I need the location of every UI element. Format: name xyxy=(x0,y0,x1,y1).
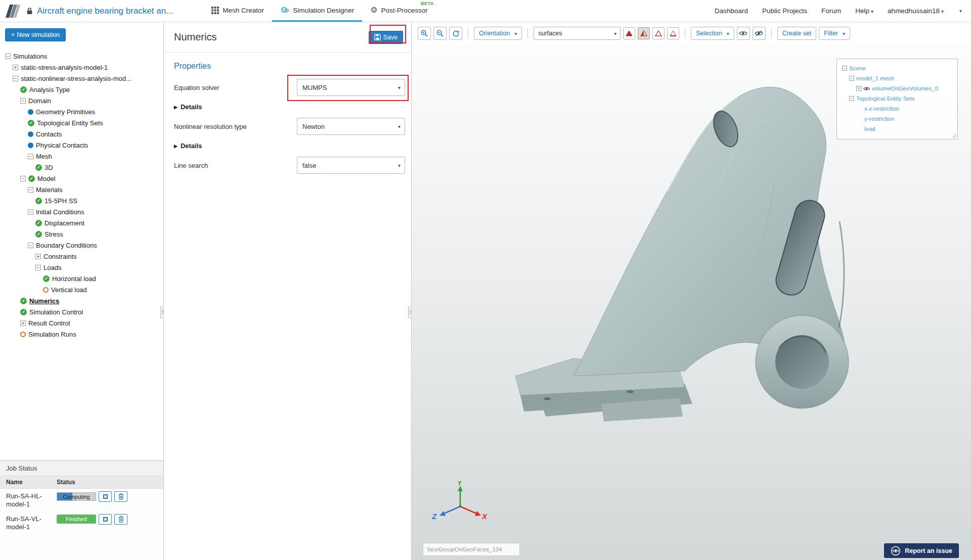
tree-item-simulations[interactable]: −Simulations xyxy=(0,51,163,62)
stop-job-button[interactable] xyxy=(99,491,112,502)
refresh-view-button[interactable] xyxy=(449,27,462,40)
tree-item-initial-conditions[interactable]: −Initial Conditions xyxy=(0,206,163,217)
scene-item-model-1-mesh[interactable]: −model_1 mesh xyxy=(841,73,954,83)
tree-item-static-stress-analysis-model-1[interactable]: +static-stress-analysis-model-1 xyxy=(0,62,163,73)
mesh-quality-outline-button[interactable] xyxy=(652,27,665,39)
tree-item-boundary-conditions[interactable]: −Boundary Conditions xyxy=(0,240,163,251)
job-name[interactable]: Run-SA-HL-model-1 xyxy=(6,491,57,509)
equation-solver-select[interactable]: MUMPS▾ xyxy=(297,79,405,96)
zoom-out-button[interactable] xyxy=(433,27,447,40)
mesh-quality-solid-button[interactable] xyxy=(623,27,635,39)
collapse-icon[interactable]: − xyxy=(28,187,33,193)
details-toggle[interactable]: ▶Details xyxy=(164,142,411,150)
tree-item-displacement[interactable]: ✓Displacement xyxy=(0,217,163,228)
scene-item-volumeongeovolumes-0[interactable]: +volumeOnGeoVolumes_0 xyxy=(841,83,954,94)
details-toggle[interactable]: ▶Details xyxy=(164,103,411,111)
tree-item-physical-contacts[interactable]: Physical Contacts xyxy=(0,139,163,151)
help-menu[interactable]: Help▾ xyxy=(855,7,873,15)
tree-item-domain[interactable]: −Domain xyxy=(0,95,163,106)
collapse-icon[interactable]: − xyxy=(849,96,854,101)
collapse-icon[interactable]: − xyxy=(28,209,33,215)
sidebar-resize-handle[interactable] xyxy=(160,307,164,318)
new-simulation-button[interactable]: +New simulation xyxy=(5,28,66,41)
face-group-name-field[interactable]: faceGroupOnGeoFaces_104 xyxy=(423,543,520,556)
collapse-icon[interactable]: − xyxy=(20,176,26,181)
nonlinear-resolution-type-select[interactable]: Newton▾ xyxy=(297,118,405,135)
line-search-select[interactable]: false▾ xyxy=(297,157,405,174)
tree-item-horizontal-load[interactable]: ✓Horizontal load xyxy=(0,273,163,284)
tree-item-loads[interactable]: −Loads xyxy=(0,262,163,273)
tree-item-label: Vertical load xyxy=(51,286,87,294)
hide-selection-button[interactable] xyxy=(753,27,766,40)
tree-item-label: 15-5PH SS xyxy=(45,197,77,205)
project-title[interactable]: Aircraft engine bearing bracket an... xyxy=(37,6,173,16)
tree-item-simulation-control[interactable]: ✓Simulation Control xyxy=(0,306,163,317)
panel-resize-handle[interactable] xyxy=(408,307,412,318)
selection-dropdown[interactable]: Selection▾ xyxy=(691,27,734,40)
tree-item-static-nonlinear-stress-analysis-mod[interactable]: −static-nonlinear-stress-analysis-mod... xyxy=(0,73,163,84)
mesh-quality-base-button[interactable] xyxy=(667,27,679,39)
scene-item-load[interactable]: load xyxy=(841,124,954,134)
collapse-icon[interactable]: − xyxy=(20,98,26,104)
collapse-icon[interactable]: − xyxy=(13,76,18,81)
tree-item-geometry-primitives[interactable]: Geometry Primitives xyxy=(0,106,163,117)
zoom-in-button[interactable] xyxy=(418,27,431,40)
tab-post-processor[interactable]: ⚙ Post-Processor BETA xyxy=(362,0,436,22)
triangle-half-icon xyxy=(640,30,647,36)
display-mode-select[interactable]: surfaces ▾ xyxy=(534,27,621,40)
expand-icon[interactable]: + xyxy=(35,254,41,259)
scene-item-x-z-restriction[interactable]: x-z-restriction xyxy=(841,104,954,114)
tree-item-15-5ph-ss[interactable]: ✓15-5PH SS xyxy=(0,195,163,206)
tree-item-3d[interactable]: ✓3D xyxy=(0,162,163,173)
link-public-projects[interactable]: Public Projects xyxy=(762,7,807,15)
expand-icon[interactable]: + xyxy=(20,320,26,326)
tab-simulation-designer[interactable]: ⚙⚙ Simulation Designer xyxy=(272,0,362,22)
viewport-canvas[interactable]: −Scene−model_1 mesh+volumeOnGeoVolumes_0… xyxy=(412,44,971,560)
eye-icon[interactable] xyxy=(863,86,870,91)
scene-item-y-restriction[interactable]: y-restriction xyxy=(841,114,954,124)
expand-icon[interactable]: + xyxy=(856,86,861,91)
job-name[interactable]: Run-SA-VL-model-1 xyxy=(6,514,57,532)
collapse-icon[interactable]: − xyxy=(849,76,854,81)
tree-item-mesh[interactable]: −Mesh xyxy=(0,151,163,162)
collapse-icon[interactable]: − xyxy=(28,154,33,159)
tree-item-topological-entity-sets[interactable]: ✓Topological Entity Sets xyxy=(0,117,163,128)
tree-item-analysis-type[interactable]: ✓Analysis Type xyxy=(0,84,163,95)
tree-item-model[interactable]: −✓Model xyxy=(0,173,163,184)
tree-item-stress[interactable]: ✓Stress xyxy=(0,228,163,240)
show-hidden-button[interactable] xyxy=(737,27,750,40)
tab-mesh-creator[interactable]: Mesh Creator xyxy=(203,0,272,22)
create-set-button[interactable]: Create set xyxy=(777,27,817,40)
scene-tree-resize-handle[interactable] xyxy=(951,133,956,138)
app-logo[interactable] xyxy=(0,0,26,22)
tree-item-materials[interactable]: −Materials xyxy=(0,184,163,195)
link-forum[interactable]: Forum xyxy=(821,7,841,15)
delete-job-button[interactable] xyxy=(114,514,127,525)
tree-item-numerics[interactable]: ✓Numerics xyxy=(0,295,163,306)
orientation-dropdown[interactable]: Orientation▾ xyxy=(474,27,522,40)
window-menu-caret[interactable]: ▾ xyxy=(959,8,962,14)
collapse-icon[interactable]: − xyxy=(35,265,41,270)
plus-icon: + xyxy=(11,31,15,38)
tree-item-constraints[interactable]: +Constraints xyxy=(0,251,163,262)
collapse-icon[interactable]: − xyxy=(28,243,33,248)
tree-item-vertical-load[interactable]: Vertical load xyxy=(0,284,163,295)
stop-job-button[interactable] xyxy=(99,514,112,525)
tree-item-simulation-runs[interactable]: Simulation Runs xyxy=(0,329,163,340)
user-menu[interactable]: ahmedhussain18▾ xyxy=(888,7,944,15)
delete-job-button[interactable] xyxy=(114,491,127,502)
visibility-toggle[interactable] xyxy=(863,86,870,91)
scene-item-topological-entity-sets[interactable]: −Topological Entity Sets xyxy=(841,94,954,104)
mesh-quality-half-button[interactable] xyxy=(638,27,650,39)
expand-icon[interactable]: + xyxy=(13,65,18,70)
collapse-icon[interactable]: − xyxy=(5,54,11,59)
save-button[interactable]: Save xyxy=(369,31,404,44)
tree-item-result-control[interactable]: +Result Control xyxy=(0,317,163,329)
stop-icon xyxy=(103,494,108,499)
link-dashboard[interactable]: Dashboard xyxy=(715,7,748,15)
scene-item-scene[interactable]: −Scene xyxy=(841,63,954,73)
tree-item-contacts[interactable]: Contacts xyxy=(0,128,163,139)
collapse-icon[interactable]: − xyxy=(842,66,847,71)
filter-dropdown[interactable]: Filter▾ xyxy=(819,27,850,40)
report-issue-button[interactable]: Report an issue xyxy=(884,543,959,558)
